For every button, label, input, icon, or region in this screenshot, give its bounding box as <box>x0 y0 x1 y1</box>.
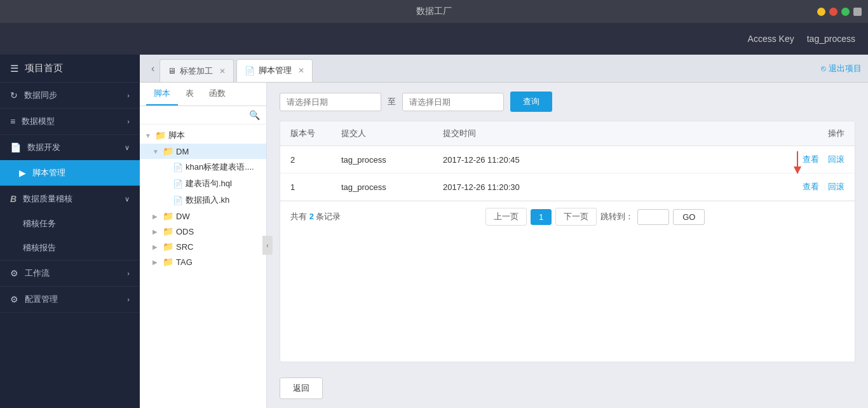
menu-icon: ☰ <box>10 63 18 74</box>
expand-icon: ▶ <box>153 259 160 266</box>
chevron-down-icon: ∨ <box>125 144 130 152</box>
exit-project-btn[interactable]: ⎋ 退出项目 <box>821 63 862 74</box>
tree-node-insert[interactable]: 📄 数据插入.kh <box>140 192 266 208</box>
content-area: ‹ 🖥 标签加工 ✕ 📄 脚本管理 ✕ ⎋ 退出项目 脚本 表 <box>140 55 868 408</box>
view-link-row1[interactable]: 查看 <box>803 154 819 164</box>
main-layout: ☰ 项目首页 ↻ 数据同步 › ≡ 数据模型 › 📄 数据开发 ∨ <box>0 55 868 408</box>
panel-tab-script[interactable]: 脚本 <box>146 83 178 105</box>
exit-icon: ⎋ <box>821 64 826 73</box>
sidebar-item-workflow[interactable]: ⚙ 工作流 › <box>0 261 140 286</box>
expand-icon: ▼ <box>153 148 160 155</box>
config-icon: ⚙ <box>10 294 18 304</box>
expand-icon: ▶ <box>153 213 160 220</box>
next-page-btn[interactable]: 下一页 <box>555 208 597 226</box>
tab-close-btn[interactable]: ✕ <box>298 66 304 75</box>
col-header-submitter: 提交人 <box>341 128 443 139</box>
script-icon: ▶ <box>19 168 26 178</box>
app-title: 数据工厂 <box>416 6 452 17</box>
date-end-input[interactable] <box>402 93 504 111</box>
prev-page-btn[interactable]: 上一页 <box>485 208 527 226</box>
cell-time: 2017-12-26 11:20:30 <box>443 182 768 192</box>
sidebar-item-label: 数据模型 <box>22 116 55 127</box>
tree-node-label: TAG <box>176 257 193 267</box>
filter-row: 至 查询 <box>280 92 855 112</box>
rollback-link-row1[interactable]: 回滚 <box>828 154 844 164</box>
sidebar: ☰ 项目首页 ↻ 数据同步 › ≡ 数据模型 › 📄 数据开发 ∨ <box>0 55 140 408</box>
maximize-button[interactable] <box>853 8 862 16</box>
sidebar-item-audit-task[interactable]: 稽核任务 <box>0 212 140 236</box>
tree-root-label: 脚本 <box>168 130 185 141</box>
panel-tab-table[interactable]: 表 <box>178 83 201 105</box>
expand-icon: ▶ <box>153 228 160 235</box>
tree-node-jianbiao[interactable]: 📄 建表语句.hql <box>140 175 266 192</box>
tab-label-proc[interactable]: 🖥 标签加工 ✕ <box>159 59 234 82</box>
sidebar-section-config: ⚙ 配置管理 › <box>0 287 140 313</box>
sidebar-item-label: 数据开发 <box>27 142 60 153</box>
tree-node-khan[interactable]: 📄 khan标签建表语.... <box>140 159 266 175</box>
chevron-right-icon: › <box>127 296 130 303</box>
sidebar-item-script[interactable]: ▶ 脚本管理 <box>0 160 140 186</box>
data-table: 版本号 提交人 提交时间 操作 2 tag_process 2017-12-26… <box>280 121 855 362</box>
jump-input[interactable] <box>637 209 669 225</box>
sidebar-item-dev[interactable]: 📄 数据开发 ∨ <box>0 135 140 160</box>
tree-node-label: 数据插入.kh <box>186 194 229 206</box>
go-button[interactable]: GO <box>673 209 705 225</box>
restore-button[interactable] <box>841 8 850 16</box>
access-key-label: Access Key <box>748 34 794 44</box>
sidebar-header: ☰ 项目首页 <box>0 55 140 83</box>
sidebar-item-model[interactable]: ≡ 数据模型 › <box>0 109 140 134</box>
tabbar: ‹ 🖥 标签加工 ✕ 📄 脚本管理 ✕ ⎋ 退出项目 <box>140 55 868 83</box>
folder-icon: 📁 <box>163 211 173 221</box>
tabbar-collapse-btn[interactable]: ‹ <box>146 55 159 82</box>
file-icon: 📄 <box>173 179 183 189</box>
sidebar-item-quality[interactable]: B 数据质量稽核 ∨ <box>0 186 140 212</box>
expand-icon: ▶ <box>153 243 160 250</box>
sidebar-item-config[interactable]: ⚙ 配置管理 › <box>0 287 140 312</box>
table-body: 2 tag_process 2017-12-26 11:20:45 查看 回滚 … <box>280 146 855 201</box>
total-count: 2 <box>309 212 314 221</box>
tree-node-label: SRC <box>176 242 193 252</box>
sidebar-item-label: 脚本管理 <box>32 167 65 179</box>
tree-node-dm[interactable]: ▼ 📁 DM <box>140 144 266 159</box>
panel-tabs: 脚本 表 函数 <box>140 83 266 106</box>
close-button[interactable] <box>829 8 837 16</box>
sidebar-section-quality: B 数据质量稽核 ∨ 稽核任务 稽核报告 <box>0 186 140 261</box>
tree-root[interactable]: ▼ 📁 脚本 <box>140 127 266 144</box>
topbar: Access Key tag_process <box>0 23 868 55</box>
query-button[interactable]: 查询 <box>510 92 552 112</box>
tree-node-src[interactable]: ▶ 📁 SRC <box>140 239 266 254</box>
tree-node-tag[interactable]: ▶ 📁 TAG <box>140 254 266 269</box>
sidebar-item-label: 数据同步 <box>24 90 57 101</box>
user-label: tag_process <box>807 34 855 44</box>
sidebar-item-audit-report[interactable]: 稽核报告 <box>0 236 140 260</box>
tree-node-label: 建表语句.hql <box>186 178 232 189</box>
tree-node-dw[interactable]: ▶ 📁 DW <box>140 208 266 224</box>
view-link-row2[interactable]: 查看 <box>803 182 819 191</box>
sync-icon: ↻ <box>10 90 18 100</box>
tab-close-btn[interactable]: ✕ <box>219 67 226 76</box>
panel-collapse-btn[interactable]: ‹ <box>262 236 273 255</box>
cell-submitter: tag_process <box>341 182 443 192</box>
sidebar-item-label: 稽核任务 <box>23 218 56 229</box>
cell-version: 2 <box>290 155 341 165</box>
expand-icon: ▼ <box>145 132 153 139</box>
search-icon[interactable]: 🔍 <box>249 110 260 120</box>
folder-icon: 📁 <box>163 226 173 236</box>
tree-node-ods[interactable]: ▶ 📁 ODS <box>140 224 266 239</box>
tab-icon: 📄 <box>245 66 255 76</box>
minimize-button[interactable] <box>817 8 825 16</box>
rollback-link-row2[interactable]: 回滚 <box>828 182 844 191</box>
total-prefix: 共有 <box>290 212 307 221</box>
sidebar-item-label: 数据质量稽核 <box>23 193 72 205</box>
table-header: 版本号 提交人 提交时间 操作 <box>280 121 855 146</box>
current-page-btn[interactable]: 1 <box>531 209 552 225</box>
col-header-time: 提交时间 <box>443 128 768 139</box>
page-content: 脚本 表 函数 🔍 ▼ 📁 脚本 ▼ <box>140 83 868 408</box>
return-button[interactable]: 返回 <box>280 377 323 399</box>
panel-tab-function[interactable]: 函数 <box>201 83 233 105</box>
panel-search: 🔍 <box>140 106 266 125</box>
sidebar-item-label: 工作流 <box>25 268 50 279</box>
tab-script-mgmt[interactable]: 📄 脚本管理 ✕ <box>236 59 313 82</box>
sidebar-item-sync[interactable]: ↻ 数据同步 › <box>0 83 140 108</box>
date-start-input[interactable] <box>280 93 381 111</box>
